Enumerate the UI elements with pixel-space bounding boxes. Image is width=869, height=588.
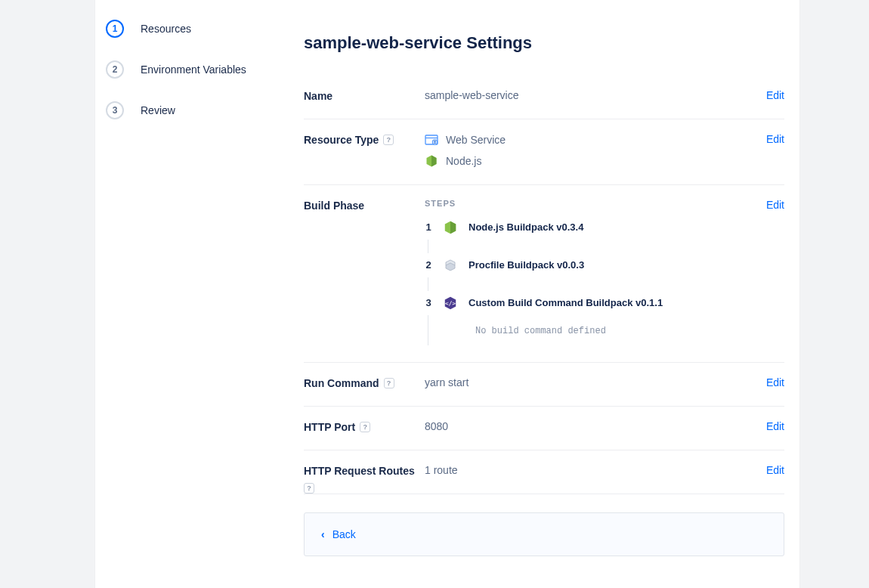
svg-marker-4 (431, 156, 437, 167)
edit-http-port-link[interactable]: Edit (766, 420, 784, 433)
step-connector (428, 277, 428, 291)
section-build-phase: Build Phase STEPS 1 Node.js Buildpack v0… (304, 185, 784, 363)
help-icon[interactable]: ? (304, 483, 314, 494)
help-icon[interactable]: ? (383, 135, 394, 145)
build-step-num: 3 (425, 296, 432, 308)
svg-marker-6 (450, 221, 456, 234)
section-label-name: Name (304, 89, 425, 102)
section-http-port: HTTP Port ? 8080 Edit (304, 407, 784, 450)
build-step-1: 1 Node.js Buildpack v0.3.4 (425, 220, 766, 235)
section-label-http-routes: HTTP Request Routes ? (304, 464, 425, 477)
section-http-routes: HTTP Request Routes ? 1 route Edit (304, 450, 784, 494)
build-step-num: 1 (425, 220, 432, 233)
edit-build-phase-link[interactable]: Edit (766, 199, 784, 345)
main-content: sample-web-service Settings Name sample-… (304, 0, 799, 588)
section-name: Name sample-web-service Edit (304, 76, 784, 119)
resource-type-body: Web Service Node.js (425, 133, 766, 168)
no-build-command-text: No build command defined (439, 326, 766, 336)
run-command-label-text: Run Command (304, 377, 379, 389)
resource-type-web-service-label: Web Service (446, 134, 506, 146)
name-value: sample-web-service (425, 89, 766, 102)
wizard-sidebar: 1 Resources 2 Environment Variables 3 Re… (95, 0, 304, 588)
chevron-left-icon: ‹ (321, 528, 325, 540)
section-resource-type: Resource Type ? Web Service Node.js Edi (304, 119, 784, 185)
build-step-3: 3 </> Custom Build Command Buildpack v0.… (425, 296, 766, 311)
step-connector (428, 315, 428, 345)
edit-run-command-link[interactable]: Edit (766, 376, 784, 389)
nodejs-buildpack-icon (443, 220, 458, 235)
step-number-badge: 2 (106, 60, 124, 79)
back-button[interactable]: ‹ Back (304, 512, 784, 556)
http-port-value: 8080 (425, 420, 766, 433)
resource-type-row-nodejs: Node.js (425, 154, 766, 168)
build-step-num: 2 (425, 258, 432, 271)
build-step-2: 2 Procfile Buildpack v0.0.3 (425, 258, 766, 273)
edit-resource-type-link[interactable]: Edit (766, 133, 784, 168)
build-step-label: Custom Build Command Buildpack v0.1.1 (469, 296, 663, 308)
step-number-badge: 1 (106, 20, 124, 38)
back-label: Back (332, 528, 356, 540)
settings-card: 1 Resources 2 Environment Variables 3 Re… (95, 0, 799, 588)
step-label: Resources (141, 23, 191, 35)
build-phase-body: STEPS 1 Node.js Buildpack v0.3.4 2 Procf… (425, 199, 766, 345)
help-icon[interactable]: ? (384, 378, 394, 388)
no-build-cmd-row: No build command defined (425, 315, 766, 345)
edit-http-routes-link[interactable]: Edit (766, 464, 784, 477)
help-icon[interactable]: ? (360, 422, 370, 432)
resource-type-row-web-service: Web Service (425, 133, 766, 147)
http-routes-value: 1 route (425, 464, 766, 477)
procfile-buildpack-icon (443, 258, 458, 273)
steps-heading: STEPS (425, 199, 766, 208)
build-step-label: Node.js Buildpack v0.3.4 (469, 220, 583, 233)
http-routes-label-text: HTTP Request Routes (304, 465, 415, 477)
http-port-label-text: HTTP Port (304, 421, 355, 433)
web-service-icon (425, 133, 438, 147)
sidebar-step-review[interactable]: 3 Review (104, 97, 295, 124)
section-label-resource-type: Resource Type ? (304, 133, 425, 168)
resource-type-nodejs-label: Node.js (446, 155, 481, 167)
step-label: Environment Variables (141, 63, 246, 76)
page-title: sample-web-service Settings (304, 33, 784, 53)
section-label-http-port: HTTP Port ? (304, 420, 425, 433)
run-command-value: yarn start (425, 376, 766, 389)
edit-name-link[interactable]: Edit (766, 89, 784, 102)
section-label-build-phase: Build Phase (304, 199, 425, 345)
step-label: Review (141, 104, 175, 116)
sidebar-step-resources[interactable]: 1 Resources (104, 15, 295, 42)
step-connector (428, 240, 428, 253)
svg-text:</>: </> (445, 300, 456, 307)
custom-command-buildpack-icon: </> (443, 296, 458, 311)
build-step-label: Procfile Buildpack v0.0.3 (469, 258, 584, 271)
sidebar-step-env-vars[interactable]: 2 Environment Variables (104, 56, 295, 83)
nodejs-icon (425, 154, 438, 168)
section-run-command: Run Command ? yarn start Edit (304, 363, 784, 407)
step-number-badge: 3 (106, 101, 124, 119)
resource-type-label-text: Resource Type (304, 134, 379, 146)
section-label-run-command: Run Command ? (304, 376, 425, 389)
